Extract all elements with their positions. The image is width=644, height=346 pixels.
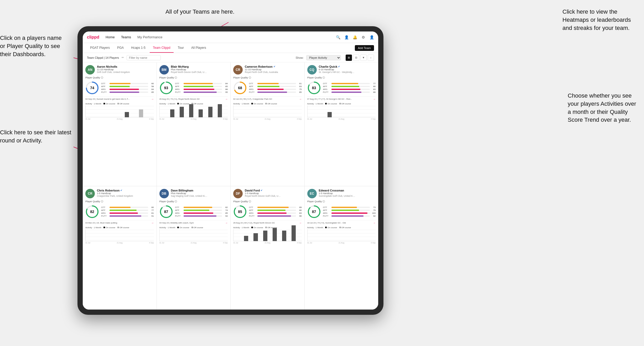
add-team-button[interactable]: Add Team	[355, 45, 374, 51]
tab-hcaps[interactable]: Hcaps 1-5	[128, 43, 149, 53]
player-club: Sag Maging Golf Club, United Kingdom	[171, 195, 208, 197]
quality-section[interactable]: 74 OTT 60 APP	[85, 81, 154, 95]
quality-section[interactable]: 87 OTT 73 APP	[307, 205, 376, 219]
player-card[interactable]: CR Cameron Robertson✔ 11-15 Handicap Roy…	[231, 62, 304, 186]
latest-round[interactable]: 02 Sep 23 | Sunset round to get back int…	[85, 96, 154, 100]
player-card[interactable]: DB Dave Billingham Plus Handicap Sag Mag…	[157, 186, 231, 310]
round-arrow-icon[interactable]: →	[225, 98, 228, 100]
sort-button[interactable]: ↕	[368, 55, 374, 61]
list-view-button[interactable]: ⊟	[353, 55, 359, 61]
player-name[interactable]: Blair McHarg	[171, 65, 228, 68]
stat-row: OTT 77	[323, 82, 376, 85]
quality-circle[interactable]: 85	[233, 205, 247, 219]
player-name[interactable]: Dave Billingham	[171, 189, 228, 192]
player-card[interactable]: EC Edward Crossman 1-5 Handicap Sunningd…	[305, 186, 378, 310]
round-arrow-icon[interactable]: →	[225, 221, 228, 224]
search-icon[interactable]: 🔍	[336, 35, 340, 40]
profile-icon[interactable]: 👤	[344, 35, 349, 40]
player-name[interactable]: Cameron Robertson✔	[245, 65, 302, 68]
player-card[interactable]: CQ Charlie Quick✔ 6-10 Handicap St. Geor…	[305, 62, 378, 186]
quality-section[interactable]: 68 OTT 61 APP	[233, 81, 302, 95]
quality-section[interactable]: 87 OTT 82 APP	[159, 205, 228, 219]
on-course-legend[interactable]: On course	[177, 103, 189, 105]
filter-button[interactable]: ▼	[360, 55, 367, 61]
latest-round[interactable]: 26 Aug 23 | 73 (+1), Royal North Devon G…	[159, 96, 228, 100]
player-handicap: 11-15 Handicap	[245, 68, 302, 71]
quality-circle[interactable]: 87	[307, 205, 321, 219]
stat-bar-ott	[331, 83, 359, 84]
quality-label: Player Quality ⓘ	[233, 76, 302, 79]
off-course-legend[interactable]: Off course	[191, 226, 203, 229]
avatar-icon[interactable]: 👤	[369, 35, 374, 40]
quality-section[interactable]: 93 OTT 84 APP	[159, 81, 228, 95]
activity-section: Activity · 1 Month On course Off course …	[159, 103, 228, 120]
round-arrow-icon[interactable]: →	[373, 98, 376, 100]
latest-round[interactable]: 04 Sep 23 | Mobility with coach, Gym →	[159, 220, 228, 224]
round-arrow-icon[interactable]: →	[151, 221, 154, 224]
round-arrow-icon[interactable]: →	[299, 98, 302, 100]
stat-bar-container	[110, 207, 148, 208]
quality-section[interactable]: 83 OTT 77 APP	[307, 81, 376, 95]
off-course-legend[interactable]: Off course	[339, 226, 351, 229]
quality-circle[interactable]: 83	[307, 81, 321, 95]
on-course-legend[interactable]: On course	[103, 103, 115, 105]
player-card[interactable]: CR Chris Robertson✔ 1-5 Handicap Craigsi…	[83, 186, 157, 310]
quality-circle[interactable]: 82	[85, 205, 99, 219]
on-course-legend[interactable]: On course	[103, 226, 115, 229]
stat-value: 85	[223, 212, 228, 214]
chart-date-end: 4 Sep	[297, 118, 302, 120]
round-arrow-icon[interactable]: →	[373, 221, 376, 224]
view-icons: ⊞ ⊟ ▼ ↕	[346, 55, 374, 61]
nav-item-teams[interactable]: Teams	[121, 35, 131, 39]
player-name[interactable]: Edward Crossman	[319, 189, 376, 192]
latest-round[interactable]: 26 Aug 23 | 84 (+12), Royal North Devon …	[233, 220, 302, 224]
on-course-legend[interactable]: On course	[251, 226, 263, 229]
tab-team-clippd[interactable]: Team Clippd	[150, 43, 174, 53]
on-course-legend[interactable]: On course	[251, 103, 263, 105]
chart-date-start: 31 Jul	[85, 118, 90, 120]
latest-round[interactable]: 18 Jul 23 | 74 (+4), Sunningdale GC - Ol…	[307, 220, 376, 224]
player-name[interactable]: Chris Robertson✔	[97, 189, 154, 192]
on-course-legend[interactable]: On course	[177, 226, 189, 229]
quality-circle[interactable]: 87	[159, 205, 173, 219]
grid-view-button[interactable]: ⊞	[346, 55, 352, 61]
quality-circle[interactable]: 74	[85, 81, 99, 95]
bell-icon[interactable]: 🔔	[352, 35, 357, 40]
quality-circle[interactable]: 68	[233, 81, 247, 95]
player-name[interactable]: Aaron Nicholls	[97, 65, 154, 68]
chart-date-mid: 21 Aug	[339, 242, 344, 244]
show-select[interactable]: Player Activity Quality Score Trend	[306, 55, 341, 60]
tab-all-players[interactable]: All Players	[188, 43, 209, 53]
player-card[interactable]: AN Aaron Nicholls 11-15 Handicap Drift G…	[83, 62, 157, 186]
quality-section[interactable]: 82 OTT 60 APP	[85, 205, 154, 219]
off-course-legend[interactable]: Off course	[117, 226, 129, 229]
latest-round[interactable]: 03 Mar 23 | 19, Must make putting →	[85, 220, 154, 224]
stat-value: 86	[371, 91, 376, 93]
edit-icon[interactable]: ✏	[122, 56, 124, 59]
round-arrow-icon[interactable]: →	[299, 221, 302, 224]
player-name[interactable]: David Ford✔	[245, 189, 302, 192]
latest-round[interactable]: 02 Jul 23 | 59 (+17), Craigsimilar Park …	[233, 96, 302, 100]
chart-date-start: 31 Jul	[307, 118, 312, 120]
tab-pga[interactable]: PGA	[114, 43, 127, 53]
nav-item-home[interactable]: Home	[106, 35, 115, 39]
on-course-legend[interactable]: On course	[325, 226, 337, 229]
on-course-legend[interactable]: On course	[325, 103, 337, 105]
off-course-legend[interactable]: Off course	[339, 103, 351, 105]
player-name[interactable]: Charlie Quick✔	[319, 65, 376, 68]
latest-round[interactable]: 07 Aug 23 | 77 (+7), St George's Hill GC…	[307, 96, 376, 100]
quality-circle[interactable]: 93	[159, 81, 173, 95]
player-card[interactable]: DF David Ford✔ 1-5 Handicap Royal North …	[231, 186, 304, 310]
off-course-legend[interactable]: Off course	[117, 103, 129, 105]
off-course-legend[interactable]: Off course	[265, 103, 277, 105]
stat-value: 84	[149, 88, 154, 91]
quality-section[interactable]: 85 OTT 89 APP	[233, 205, 302, 219]
stat-row: ARG 88	[175, 88, 228, 91]
round-arrow-icon[interactable]: →	[151, 98, 154, 100]
player-card[interactable]: BM Blair McHarg Plus Handicap Royal Nort…	[157, 62, 231, 186]
tab-tour[interactable]: Tour	[175, 43, 187, 53]
search-input[interactable]	[127, 55, 161, 60]
settings-icon[interactable]: ⚙	[361, 35, 366, 40]
tab-pgat-players[interactable]: PGAT Players	[87, 43, 113, 53]
nav-item-myperformance[interactable]: My Performance	[137, 35, 162, 39]
